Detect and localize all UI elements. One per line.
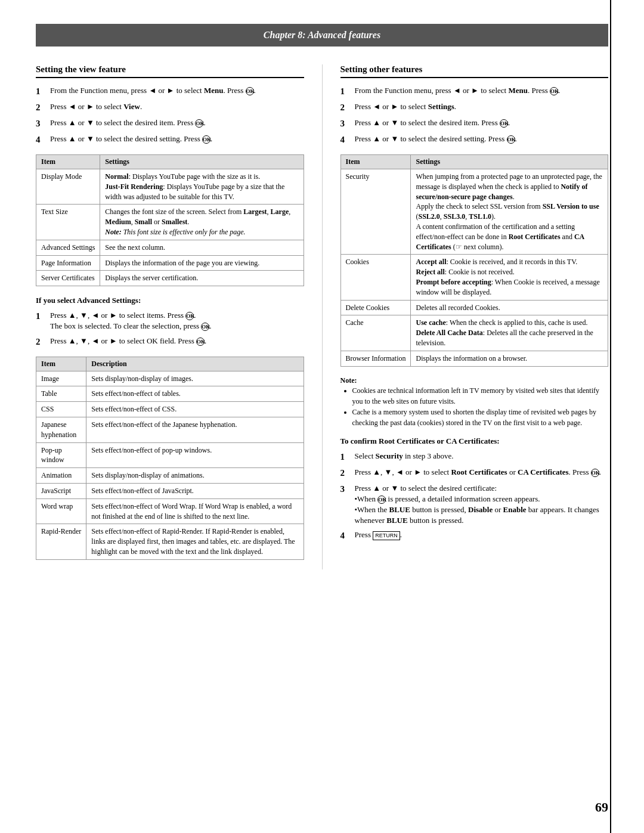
table-row: Cookies Accept all: Cookie is received, …: [340, 255, 608, 300]
ok-btn-r1: OK: [550, 87, 558, 95]
note-item-1: Cookies are technical information left i…: [352, 385, 609, 407]
adv-step-1: 1 Press ▲, ▼, ◄ or ► to select items. Pr…: [36, 310, 304, 332]
left-column: Setting the view feature 1 From the Func…: [36, 64, 304, 569]
table-row: CSS Sets effect/non-effect of CSS.: [36, 402, 304, 417]
cert-step-3: 3 Press ▲ or ▼ to select the desired cer…: [340, 483, 609, 527]
table-row: Text Size Changes the font size of the s…: [36, 205, 304, 240]
table-row: Delete Cookies Deletes all recorded Cook…: [340, 300, 608, 315]
ok-icon-adv2: OK: [196, 337, 205, 346]
table-row: JavaScript Sets effect/non-effect of Jav…: [36, 483, 304, 498]
table-row: Advanced Settings See the next column.: [36, 240, 304, 255]
note-item-2: Cache is a memory system used to shorten…: [352, 407, 609, 428]
table-row: Browser Information Displays the informa…: [340, 351, 608, 366]
view-table: Item Settings Display Mode Normal: Displ…: [36, 154, 304, 286]
settings-table: Item Settings Security When jumping from…: [340, 154, 609, 367]
step-3: 3 Press ▲ or ▼ to select the desired ite…: [36, 117, 304, 130]
page-number: 69: [595, 800, 608, 815]
table-row: Image Sets display/non-display of images…: [36, 371, 304, 386]
advanced-steps: 1 Press ▲, ▼, ◄ or ► to select items. Pr…: [36, 310, 304, 348]
ok-btn-r4: OK: [507, 135, 515, 144]
page: Chapter 8: Advanced features Setting the…: [0, 0, 644, 833]
table-row: Security When jumping from a protected p…: [340, 169, 608, 255]
two-column-layout: Setting the view feature 1 From the Func…: [36, 64, 608, 569]
view-steps: 1 From the Function menu, press ◄ or ► t…: [36, 85, 304, 146]
other-steps: 1 From the Function menu, press ◄ or ► t…: [340, 85, 609, 146]
table-row: Japanesehyphenation Sets effect/non-effe…: [36, 417, 304, 442]
settings-header-item: Item: [340, 155, 411, 169]
cert-step-2: 2 Press ▲, ▼, ◄ or ► to select Root Cert…: [340, 467, 609, 479]
table-row: Pop-upwindow Sets effect/non-effect of p…: [36, 442, 304, 468]
step-2: 2 Press ◄ or ► to select View.: [36, 101, 304, 114]
settings-header-settings: Settings: [411, 155, 608, 169]
chapter-title: Chapter 8: Advanced features: [264, 30, 380, 40]
cert-steps: 1 Select Security in step 3 above. 2 Pre…: [340, 451, 609, 543]
step-1: 1 From the Function menu, press ◄ or ► t…: [36, 85, 304, 98]
table-header-settings: Settings: [100, 155, 304, 169]
other-step-3: 3 Press ▲ or ▼ to select the desired ite…: [340, 117, 609, 130]
note-title: Note:: [340, 376, 357, 385]
table-row: Rapid-Render Sets effect/non-effect of R…: [36, 524, 304, 559]
ok-icon-adv1: OK: [185, 312, 194, 320]
ok-button-icon: OK: [246, 87, 254, 95]
cert-section-title: To confirm Root Certificates or CA Certi…: [340, 436, 609, 446]
table-row: Word wrap Sets effect/non-effect of Word…: [36, 498, 304, 524]
other-step-4: 4 Press ▲ or ▼ to select the desired set…: [340, 134, 609, 146]
other-step-2: 2 Press ◄ or ► to select Settings.: [340, 101, 609, 114]
ok-btn-c2: OK: [591, 469, 599, 477]
advanced-table: Item Description Image Sets display/non-…: [36, 357, 304, 560]
left-section-title: Setting the view feature: [36, 64, 304, 78]
ok-btn-r3: OK: [500, 119, 508, 128]
adv-header-item: Item: [36, 357, 86, 371]
table-header-item: Item: [36, 155, 100, 169]
adv-header-desc: Description: [86, 357, 304, 371]
other-step-1: 1 From the Function menu, press ◄ or ► t…: [340, 85, 609, 98]
table-row: Table Sets effect/non-effect of tables.: [36, 386, 304, 402]
table-row: Animation Sets display/non-display of an…: [36, 468, 304, 484]
right-column: Setting other features 1 From the Functi…: [322, 64, 609, 569]
table-row: Display Mode Normal: Displays YouTube pa…: [36, 169, 304, 205]
cert-step-4: 4 Press RETURN.: [340, 529, 609, 542]
table-row: Cache Use cache: When the check is appli…: [340, 315, 608, 351]
table-row: Page Information Displays the informatio…: [36, 255, 304, 271]
ok-btn-c3a: OK: [377, 496, 386, 504]
chapter-header: Chapter 8: Advanced features: [36, 24, 608, 47]
ok-button-icon-3: OK: [195, 119, 203, 128]
note-box: Note: Cookies are technical information …: [340, 376, 609, 428]
step-4: 4 Press ▲ or ▼ to select the desired set…: [36, 134, 304, 146]
cert-step-1: 1 Select Security in step 3 above.: [340, 451, 609, 463]
right-section-title: Setting other features: [340, 64, 609, 78]
ok-button-icon-4: OK: [202, 135, 210, 144]
right-border-line: [610, 0, 611, 833]
table-row: Server Certificates Displays the server …: [36, 271, 304, 286]
advanced-settings-title: If you select Advanced Settings:: [36, 296, 304, 305]
adv-step-2: 2 Press ▲, ▼, ◄ or ► to select OK field.…: [36, 336, 304, 348]
note-list: Cookies are technical information left i…: [340, 385, 609, 428]
ok-icon-adv1b: OK: [201, 323, 209, 331]
return-button-icon: RETURN: [373, 531, 400, 540]
